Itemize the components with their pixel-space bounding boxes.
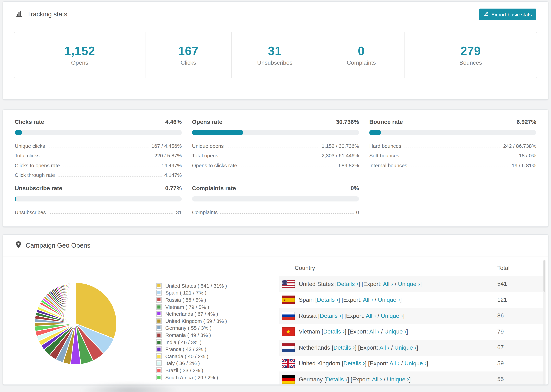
export-all-link[interactable]: All › xyxy=(366,313,376,319)
rate-value: 0.77% xyxy=(165,185,182,192)
summary-row: 1,152 Opens167 Clicks31 Unsubscribes0 Co… xyxy=(14,32,537,78)
stat-value: 31 xyxy=(268,44,282,58)
stat-label: Bounces xyxy=(459,59,482,66)
legend-label: Canada ( 40 / 2% ) xyxy=(165,353,208,359)
scrollbar-thumb[interactable] xyxy=(544,260,545,292)
rate-progress xyxy=(369,130,536,135)
rate-row: Hard bounces 242 / 86.738% xyxy=(369,140,536,150)
legend-swatch xyxy=(156,318,162,324)
rate-row-value: 31 xyxy=(176,209,182,216)
rate-row: Unsubscribes 31 xyxy=(15,206,182,216)
column-header-country: Country xyxy=(295,265,315,271)
details-link[interactable]: Details › xyxy=(317,297,338,303)
export-unique-link[interactable]: Unique › xyxy=(398,281,420,287)
stat-value: 167 xyxy=(178,44,199,58)
total-value: 86 xyxy=(497,313,504,319)
rate-title: Bounce rate xyxy=(369,119,403,126)
table-header: Country Total xyxy=(279,260,543,276)
country-flag xyxy=(282,312,295,320)
legend-label: Russia ( 86 / 5% ) xyxy=(165,297,206,303)
legend-item: Italy ( 36 / 2% ) xyxy=(156,360,227,367)
country-flag xyxy=(282,375,295,384)
country-name: United Kingdom xyxy=(299,360,342,367)
export-basic-stats-button[interactable]: Export basic stats xyxy=(479,8,536,20)
pie-chart[interactable] xyxy=(30,279,121,369)
dotted-leader xyxy=(49,213,173,214)
rate-row: Unique clicks 167 / 4.456% xyxy=(15,140,182,150)
country-name: Russia xyxy=(299,313,318,319)
rate-column-bounce-rate: Bounce rate 6.927% Hard bounces 242 / 86… xyxy=(369,119,536,179)
rate-row-label: Total clicks xyxy=(15,153,40,159)
rate-row: Opens to clicks rate 689.82% xyxy=(192,159,359,169)
rate-row-value: 4.147% xyxy=(164,172,182,179)
total-value: 59 xyxy=(497,360,504,367)
legend-item: India ( 46 / 3% ) xyxy=(156,339,227,346)
details-link[interactable]: Details › xyxy=(320,313,341,319)
legend-swatch xyxy=(156,346,162,352)
rate-row-label: Unique opens xyxy=(192,143,224,150)
legend-item: France ( 42 / 2% ) xyxy=(156,346,227,353)
rate-row-label: Soft bounces xyxy=(369,153,399,159)
legend-item: Canada ( 40 / 2% ) xyxy=(156,353,227,360)
export-unique-link[interactable]: Unique › xyxy=(381,313,403,319)
geo-opens-title: Campaign Geo Opens xyxy=(16,241,90,250)
rate-value: 0% xyxy=(351,185,359,192)
map-pin-icon xyxy=(16,241,21,250)
total-value: 67 xyxy=(497,344,504,351)
export-unique-link[interactable]: Unique › xyxy=(395,344,417,351)
progress-fill xyxy=(15,130,22,135)
country-flag xyxy=(282,343,295,352)
legend-label: United Kingdom ( 59 / 3% ) xyxy=(165,318,227,324)
legend-item: United States ( 541 / 31% ) xyxy=(156,282,227,289)
export-unique-link[interactable]: Unique › xyxy=(378,297,400,303)
rate-row-value: 1,152 / 30.736% xyxy=(322,143,359,150)
dotted-leader xyxy=(410,166,509,167)
table-scrollbar[interactable] xyxy=(543,260,545,385)
rate-row-value: 0 xyxy=(356,209,359,216)
legend-label: Vietnam ( 79 / 5% ) xyxy=(165,304,209,310)
legend-swatch xyxy=(156,290,162,296)
details-link[interactable]: Details › xyxy=(337,281,358,287)
export-unique-link[interactable]: Unique › xyxy=(384,329,406,335)
tracking-stats-title: Tracking stats xyxy=(16,10,67,19)
legend-label: Brazil ( 33 / 2% ) xyxy=(165,367,203,373)
dotted-leader xyxy=(63,166,159,167)
bottom-shadow xyxy=(80,382,180,392)
export-all-link[interactable]: All › xyxy=(383,281,393,287)
stat-unsubscribes: 31 Unsubscribes xyxy=(231,32,318,78)
rate-progress xyxy=(192,130,359,135)
dotted-leader xyxy=(58,176,162,176)
legend-swatch xyxy=(156,367,162,373)
dotted-leader xyxy=(226,147,319,147)
export-all-link[interactable]: All › xyxy=(363,297,373,303)
pie-slice[interactable] xyxy=(75,283,76,324)
details-link[interactable]: Details › xyxy=(326,376,347,383)
country-flag xyxy=(282,296,295,304)
export-unique-link[interactable]: Unique › xyxy=(404,360,426,367)
export-all-link[interactable]: All › xyxy=(372,376,382,383)
geo-body: United States ( 541 / 31% ) Spain ( 121 … xyxy=(3,257,548,385)
rate-value: 30.736% xyxy=(336,119,359,126)
details-link[interactable]: Details › xyxy=(343,360,365,367)
country-name: United States xyxy=(299,281,335,287)
rate-title: Opens rate xyxy=(192,119,222,126)
table-row: United Kingdom [Details ›] [Export: All … xyxy=(279,356,543,371)
details-link[interactable]: Details › xyxy=(323,329,345,335)
rate-value: 6.927% xyxy=(517,119,536,126)
legend-item: Vietnam ( 79 / 5% ) xyxy=(156,303,227,310)
country-flag xyxy=(282,328,295,336)
rate-progress xyxy=(15,130,182,135)
rate-row-label: Unique clicks xyxy=(15,143,45,150)
legend-item: South Africa ( 29 / 2% ) xyxy=(156,374,227,381)
export-all-link[interactable]: All › xyxy=(389,360,400,367)
export-all-link[interactable]: All › xyxy=(379,344,389,351)
table-row: Vietnam [Details ›] [Export: All › / Uni… xyxy=(279,324,543,340)
export-all-link[interactable]: All › xyxy=(369,329,379,335)
legend-swatch xyxy=(156,304,162,310)
dotted-leader xyxy=(240,166,336,167)
details-link[interactable]: Details › xyxy=(333,344,355,351)
table-row: Spain [Details ›] [Export: All › / Uniqu… xyxy=(279,292,543,308)
export-unique-link[interactable]: Unique › xyxy=(387,376,409,383)
rate-row-value: 14.497% xyxy=(162,162,182,169)
stat-label: Complaints xyxy=(347,59,376,66)
